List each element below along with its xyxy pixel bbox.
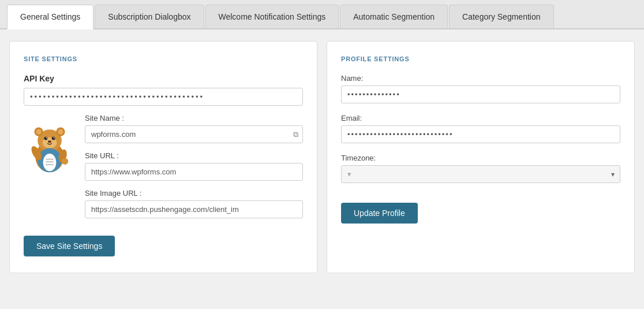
api-key-input[interactable] [24, 88, 303, 106]
site-image-input[interactable] [85, 200, 303, 218]
svg-point-19 [62, 158, 68, 165]
svg-point-10 [54, 137, 55, 139]
svg-point-9 [46, 137, 47, 139]
save-site-settings-button[interactable]: Save Site Settings [24, 236, 115, 256]
main-content: SITE SETTINGS API Key [0, 29, 644, 295]
profile-settings-title: PROFILE SETTINGS [341, 55, 620, 62]
site-section: Site Name : ⧉ Site URL : Site Image URL … [24, 114, 303, 226]
api-key-label: API Key [24, 74, 303, 83]
svg-point-8 [52, 137, 55, 140]
profile-email-label: Email: [341, 114, 620, 122]
mascot-area [24, 114, 76, 175]
site-fields: Site Name : ⧉ Site URL : Site Image URL … [85, 114, 303, 226]
profile-name-label: Name: [341, 74, 620, 83]
profile-email-group: Email: [341, 114, 620, 143]
timezone-select-wrapper: ▾ ▾ [341, 165, 620, 183]
tab-subscription[interactable]: Subscription Dialogbox [95, 5, 204, 28]
site-image-label: Site Image URL : [85, 189, 303, 198]
profile-name-group: Name: [341, 74, 620, 103]
site-name-label: Site Name : [85, 114, 303, 122]
svg-point-5 [58, 129, 63, 134]
timezone-select[interactable]: ▾ [341, 165, 620, 183]
profile-timezone-group: Timezone: ▾ ▾ [341, 154, 620, 183]
profile-email-input[interactable] [341, 125, 620, 143]
site-url-input[interactable] [85, 163, 303, 181]
site-name-group: Site Name : ⧉ [85, 114, 303, 143]
site-name-input[interactable] [85, 125, 303, 143]
profile-settings-panel: PROFILE SETTINGS Name: Email: Timezone: … [327, 41, 635, 273]
svg-point-13 [43, 154, 57, 171]
site-settings-title: SITE SETTINGS [24, 55, 303, 62]
site-url-label: Site URL : [85, 151, 303, 160]
tab-automatic[interactable]: Automatic Segmention [340, 5, 448, 28]
api-key-group: API Key [24, 74, 303, 106]
panels-row: SITE SETTINGS API Key [9, 41, 635, 273]
tab-welcome[interactable]: Welcome Notification Settings [205, 5, 339, 28]
tab-category[interactable]: Category Segmention [449, 5, 553, 28]
profile-name-input[interactable] [341, 85, 620, 103]
svg-point-11 [48, 140, 51, 143]
site-image-group: Site Image URL : [85, 189, 303, 218]
bear-mascot-icon [27, 123, 73, 175]
update-profile-button[interactable]: Update Profile [341, 203, 418, 224]
profile-timezone-label: Timezone: [341, 154, 620, 162]
tabs-bar: General Settings Subscription Dialogbox … [0, 0, 644, 29]
site-url-group: Site URL : [85, 151, 303, 181]
svg-point-7 [44, 137, 48, 140]
clipboard-icon[interactable]: ⧉ [293, 130, 298, 139]
site-settings-panel: SITE SETTINGS API Key [9, 41, 317, 273]
tab-general[interactable]: General Settings [7, 5, 93, 29]
svg-point-4 [36, 129, 41, 134]
site-name-input-wrapper: ⧉ [85, 125, 303, 143]
